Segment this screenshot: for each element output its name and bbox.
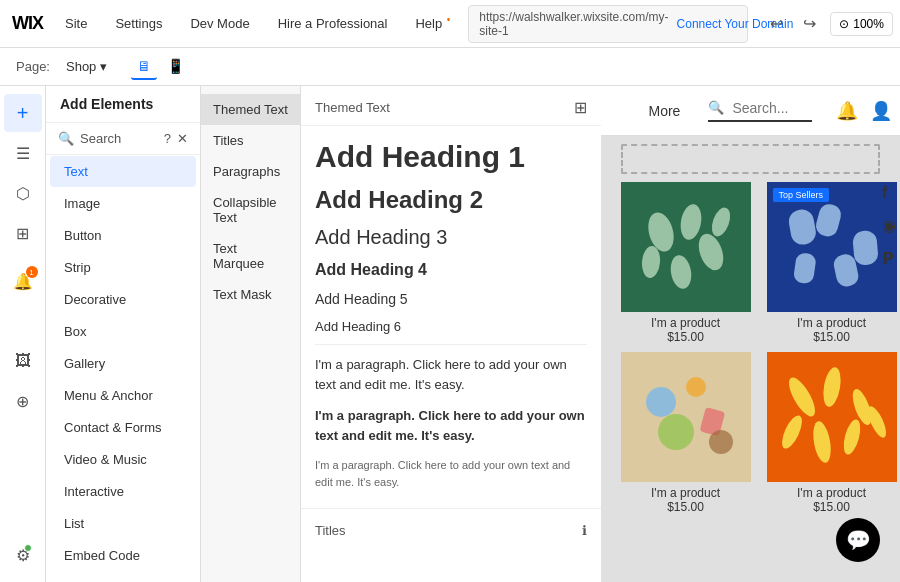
canvas-search-input[interactable] xyxy=(732,100,812,116)
canvas-user-icon[interactable]: 👤 xyxy=(870,100,892,122)
pinterest-icon[interactable]: 𝗣 xyxy=(882,249,896,268)
media-icon: 🖼 xyxy=(15,352,31,370)
instagram-icon[interactable]: ◉ xyxy=(882,216,896,235)
sidebar-icon-media[interactable]: 🖼 xyxy=(4,342,42,380)
nav-hire[interactable]: Hire a Professional xyxy=(268,16,398,31)
nav-embed-code[interactable]: Embed Code xyxy=(50,540,196,571)
nav-site[interactable]: Site xyxy=(55,16,97,31)
notification-badge: 1 xyxy=(26,266,38,278)
svg-point-14 xyxy=(646,387,676,417)
sidebar-icon-settings2[interactable]: ⚙ xyxy=(4,536,42,574)
products-row-2: I'm a product $15.00 xyxy=(601,352,901,522)
sidebar-icon-app-market[interactable]: ⊕ xyxy=(4,382,42,420)
sidebar-icon-notifications[interactable]: 🔔 1 xyxy=(4,262,42,300)
heading-6-item[interactable]: Add Heading 6 xyxy=(315,313,587,340)
zoom-icon: ⊙ xyxy=(839,17,849,31)
sidebar-icon-design[interactable]: ⬡ xyxy=(4,174,42,212)
panel-close-icon[interactable]: ✕ xyxy=(177,131,188,146)
nav-list[interactable]: List xyxy=(50,508,196,539)
canvas-nav-more[interactable]: More xyxy=(645,103,685,119)
product-3: I'm a product $15.00 xyxy=(621,352,751,514)
titles-label: Titles xyxy=(315,523,346,538)
pages-icon: ☰ xyxy=(16,144,30,163)
components-icon: ⊞ xyxy=(16,224,29,243)
product-3-svg xyxy=(621,352,751,482)
sub-panel-collapsible[interactable]: Collapsible Text xyxy=(201,187,300,233)
product-4-svg xyxy=(767,352,897,482)
nav-strip[interactable]: Strip xyxy=(50,252,196,283)
top-bar-actions: ↩ ↪ ⊙ 100% 🔧 Tools 🔍 Search xyxy=(764,10,900,37)
chat-button[interactable]: 💬 xyxy=(836,518,880,562)
product-1-image[interactable] xyxy=(621,182,751,312)
nav-decorative[interactable]: Decorative xyxy=(50,284,196,315)
sub-panel-paragraphs[interactable]: Paragraphs xyxy=(201,156,300,187)
add-all-icon[interactable]: ⊞ xyxy=(574,98,587,117)
canvas-bell-icon[interactable]: 🔔 xyxy=(836,100,858,122)
nav-text[interactable]: Text xyxy=(50,156,196,187)
product-1-svg xyxy=(621,182,751,312)
main-area: + ☰ ⬡ ⊞ 🔔 1 🖼 ⊕ ⚙ Add Element xyxy=(0,86,900,582)
mobile-icon[interactable]: 📱 xyxy=(161,54,190,80)
design-icon: ⬡ xyxy=(16,184,30,203)
zoom-button[interactable]: ⊙ 100% xyxy=(830,12,893,36)
heading-3-item[interactable]: Add Heading 3 xyxy=(315,220,587,255)
product-1-name: I'm a product xyxy=(651,316,720,330)
content-panel: Themed Text ⊞ Add Heading 1 Add Heading … xyxy=(301,86,601,582)
social-icons: f ◉ 𝗣 xyxy=(882,184,896,268)
nav-social[interactable]: Social xyxy=(50,572,196,582)
canvas-area: More 🔍 🔔 👤 ▾ 🛒 xyxy=(601,86,901,582)
panel-search-row[interactable]: 🔍 Search ? ✕ xyxy=(46,123,200,155)
nav-settings[interactable]: Settings xyxy=(105,16,172,31)
nav-button[interactable]: Button xyxy=(50,220,196,251)
nav-dev-mode[interactable]: Dev Mode xyxy=(180,16,259,31)
sidebar-icons: + ☰ ⬡ ⊞ 🔔 1 🖼 ⊕ ⚙ xyxy=(0,86,46,582)
top-bar: WIX Site Settings Dev Mode Hire a Profes… xyxy=(0,0,900,48)
nav-box[interactable]: Box xyxy=(50,316,196,347)
panel-question-icon[interactable]: ? xyxy=(164,131,171,146)
product-4-price: $15.00 xyxy=(813,500,850,514)
page-label: Page: xyxy=(16,59,50,74)
nav-video-music[interactable]: Video & Music xyxy=(50,444,196,475)
themed-text-label: Themed Text xyxy=(315,100,390,115)
heading-list: Add Heading 1 Add Heading 2 Add Heading … xyxy=(301,126,601,504)
product-3-image[interactable] xyxy=(621,352,751,482)
product-3-price: $15.00 xyxy=(667,500,704,514)
sidebar-icon-add[interactable]: + xyxy=(4,94,42,132)
sub-panel-titles[interactable]: Titles xyxy=(201,125,300,156)
paragraph-1-item[interactable]: I'm a paragraph. Click here to add your … xyxy=(315,349,587,400)
plus-icon: + xyxy=(17,102,29,125)
product-4-image[interactable] xyxy=(767,352,897,482)
nav-image[interactable]: Image xyxy=(50,188,196,219)
products-section: I'm a product $15.00 Top Sellers xyxy=(601,174,901,352)
paragraph-2-item[interactable]: I'm a paragraph. Click here to add your … xyxy=(315,400,587,451)
sidebar-icon-pages[interactable]: ☰ xyxy=(4,134,42,172)
zoom-level: 100% xyxy=(853,17,884,31)
heading-1-item[interactable]: Add Heading 1 xyxy=(315,134,587,180)
heading-5-item[interactable]: Add Heading 5 xyxy=(315,285,587,313)
page-name[interactable]: Shop ▾ xyxy=(66,59,107,74)
sub-panel-themed-text[interactable]: Themed Text xyxy=(201,94,300,125)
product-4: I'm a product $15.00 xyxy=(767,352,897,514)
facebook-icon[interactable]: f xyxy=(882,184,896,202)
product-2-image[interactable]: Top Sellers xyxy=(767,182,897,312)
nav-menu-anchor[interactable]: Menu & Anchor xyxy=(50,380,196,411)
undo-button[interactable]: ↩ xyxy=(764,10,789,37)
paragraph-3-item[interactable]: I'm a paragraph. Click here to add your … xyxy=(315,451,587,496)
canvas-search-bar[interactable]: 🔍 xyxy=(708,100,812,122)
desktop-icon[interactable]: 🖥 xyxy=(131,54,157,80)
nav-contact-forms[interactable]: Contact & Forms xyxy=(50,412,196,443)
nav-gallery[interactable]: Gallery xyxy=(50,348,196,379)
sidebar-icon-components[interactable]: ⊞ xyxy=(4,214,42,252)
heading-4-item[interactable]: Add Heading 4 xyxy=(315,255,587,285)
sub-panel-mask[interactable]: Text Mask xyxy=(201,279,300,310)
info-icon: ℹ xyxy=(582,523,587,538)
redo-button[interactable]: ↪ xyxy=(797,10,822,37)
panel-search-icon: 🔍 xyxy=(58,131,74,146)
nav-interactive[interactable]: Interactive xyxy=(50,476,196,507)
sub-panel-marquee[interactable]: Text Marquee xyxy=(201,233,300,279)
nav-help[interactable]: Help xyxy=(405,16,452,31)
selection-area xyxy=(621,144,881,174)
heading-2-item[interactable]: Add Heading 2 xyxy=(315,180,587,220)
device-icons: 🖥 📱 xyxy=(131,54,190,80)
url-bar: https://walshwalker.wixsite.com/my-site-… xyxy=(468,5,748,43)
